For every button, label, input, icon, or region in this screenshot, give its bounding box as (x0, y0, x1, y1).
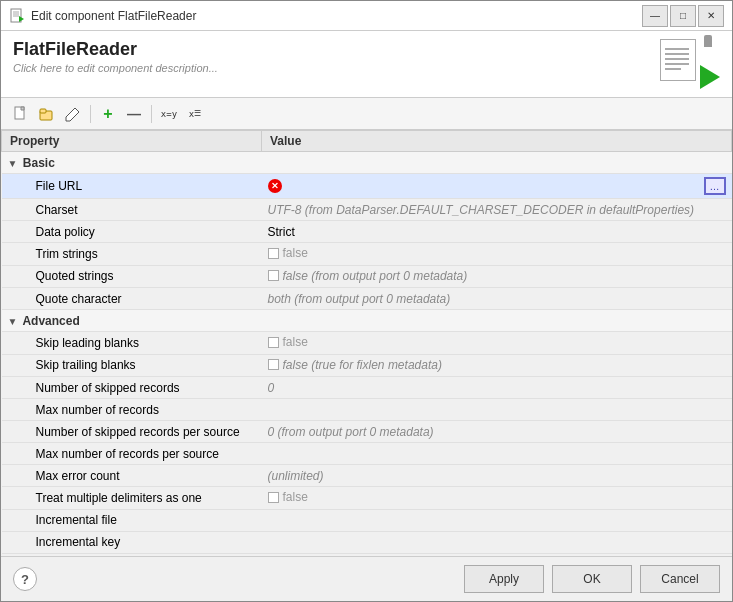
skip-leading-checkbox[interactable]: false (268, 335, 308, 349)
file-url-cell: ✕ … (262, 174, 732, 199)
help-button[interactable]: ? (13, 567, 37, 591)
table-row: Charset UTF-8 (from DataParser.DEFAULT_C… (2, 199, 732, 221)
new-doc-button[interactable] (9, 102, 33, 126)
property-label: Charset (2, 199, 262, 221)
component-icon (660, 39, 720, 89)
basic-expand-arrow: ▼ (8, 158, 20, 169)
property-label: File URL (2, 174, 262, 199)
toolbar-separator-2 (151, 105, 152, 123)
max-records-source-value (262, 443, 732, 465)
quote-char-value: both (from output port 0 metadata) (262, 288, 732, 310)
arrow-icon (700, 65, 720, 89)
incremental-file-value (262, 509, 732, 531)
browse-button[interactable]: … (704, 177, 726, 195)
table-row: Quote character both (from output port 0… (2, 288, 732, 310)
advanced-expand-arrow: ▼ (8, 316, 20, 327)
checkbox-label: false (true for fixlen metadata) (283, 358, 442, 372)
quote-char-text: both (from output port 0 metadata) (268, 292, 451, 306)
error-icon: ✕ (268, 179, 282, 193)
basic-section-label: Basic (23, 156, 55, 170)
line-2 (665, 53, 689, 55)
checkbox-label: false (from output port 0 metadata) (283, 269, 468, 283)
component-subtitle[interactable]: Click here to edit component description… (13, 62, 660, 74)
property-label: Number of skipped records (2, 377, 262, 399)
trim-strings-value: false (262, 243, 732, 266)
table-row: Data policy Strict (2, 221, 732, 243)
table-row: Number of skipped records per source 0 (… (2, 421, 732, 443)
value-column-header: Value (262, 131, 732, 152)
property-label: Data policy (2, 221, 262, 243)
treat-multi-checkbox[interactable]: false (268, 490, 308, 504)
advanced-section-label: Advanced (22, 314, 79, 328)
table-row: Max error count (unlimited) (2, 465, 732, 487)
apply-button[interactable]: Apply (464, 565, 544, 593)
maximize-button[interactable]: □ (670, 5, 696, 27)
checkbox-box (268, 359, 279, 370)
checkbox-box (268, 337, 279, 348)
properties-scroll[interactable]: Property Value ▼ Basic File URL (1, 130, 732, 556)
section-basic[interactable]: ▼ Basic (2, 152, 732, 174)
quoted-strings-checkbox[interactable]: false (from output port 0 metadata) (268, 269, 468, 283)
table-row: Skip trailing blanks false (true for fix… (2, 354, 732, 377)
skip-leading-value: false (262, 332, 732, 355)
title-bar-text: Edit component FlatFileReader (31, 9, 642, 23)
quoted-strings-value: false (from output port 0 metadata) (262, 265, 732, 288)
ok-button[interactable]: OK (552, 565, 632, 593)
footer: ? Apply OK Cancel (1, 556, 732, 601)
remove-button[interactable]: — (122, 102, 146, 126)
property-label: Quote character (2, 288, 262, 310)
property-label: Quoted strings (2, 265, 262, 288)
formula-button[interactable]: x=y (157, 102, 181, 126)
checkbox-label: false (283, 335, 308, 349)
line-5 (665, 68, 681, 70)
checkbox-box (268, 248, 279, 259)
svg-rect-8 (40, 109, 46, 113)
table-row: Incremental file (2, 509, 732, 531)
num-skipped-value: 0 (262, 377, 732, 399)
title-bar-controls: — □ ✕ (642, 5, 724, 27)
footer-right: Apply OK Cancel (464, 565, 720, 593)
toolbar: + — x=y x☰ (1, 98, 732, 130)
cancel-button[interactable]: Cancel (640, 565, 720, 593)
toolbar-separator-1 (90, 105, 91, 123)
close-button[interactable]: ✕ (698, 5, 724, 27)
property-column-header: Property (2, 131, 262, 152)
table-row: Trim strings false (2, 243, 732, 266)
lines-icon (665, 48, 689, 73)
clip-icon (704, 35, 712, 47)
max-error-text: (unlimited) (268, 469, 324, 483)
property-label: Max number of records per source (2, 443, 262, 465)
skip-trailing-value: false (true for fixlen metadata) (262, 354, 732, 377)
edit-button[interactable] (61, 102, 85, 126)
charset-text: UTF-8 (from DataParser.DEFAULT_CHARSET_D… (268, 203, 695, 217)
main-window: Edit component FlatFileReader — □ ✕ Flat… (0, 0, 733, 602)
property-label: Number of skipped records per source (2, 421, 262, 443)
add-button[interactable]: + (96, 102, 120, 126)
table-row[interactable]: File URL ✕ … (2, 174, 732, 199)
open-file-button[interactable] (35, 102, 59, 126)
num-skipped-source-value: 0 (from output port 0 metadata) (262, 421, 732, 443)
component-title: FlatFileReader (13, 39, 660, 60)
property-label: Max number of records (2, 399, 262, 421)
incremental-key-value (262, 531, 732, 553)
properties-table: Property Value ▼ Basic File URL (1, 130, 732, 556)
code-button[interactable]: x☰ (183, 102, 207, 126)
max-records-value (262, 399, 732, 421)
property-label: Skip leading blanks (2, 332, 262, 355)
checkbox-label: false (283, 490, 308, 504)
table-row: Skip leading blanks false (2, 332, 732, 355)
property-label: Max error count (2, 465, 262, 487)
footer-left: ? (13, 567, 37, 591)
minimize-button[interactable]: — (642, 5, 668, 27)
page-icon (660, 39, 696, 81)
trim-strings-checkbox[interactable]: false (268, 246, 308, 260)
skip-trailing-checkbox[interactable]: false (true for fixlen metadata) (268, 358, 442, 372)
svg-marker-6 (21, 107, 24, 110)
section-advanced[interactable]: ▼ Advanced (2, 310, 732, 332)
charset-value: UTF-8 (from DataParser.DEFAULT_CHARSET_D… (262, 199, 732, 221)
table-row: Number of skipped records 0 (2, 377, 732, 399)
property-label: Trim strings (2, 243, 262, 266)
treat-multi-value: false (262, 487, 732, 510)
table-row: Max number of records per source (2, 443, 732, 465)
title-bar-icon (9, 8, 25, 24)
